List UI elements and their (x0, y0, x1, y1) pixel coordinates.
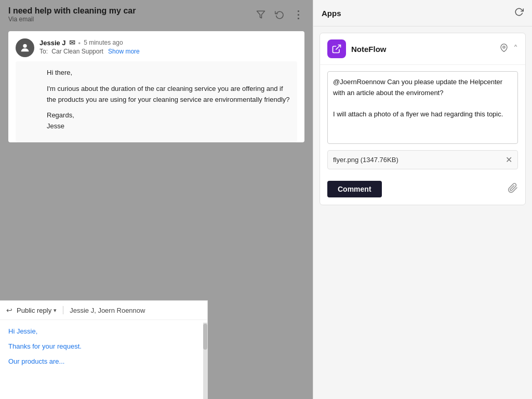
refresh-icon[interactable] (514, 7, 524, 19)
noteflow-header: NoteFlow ˄ (320, 33, 525, 65)
attachment-close-icon[interactable]: ✕ (506, 155, 512, 165)
show-more-link[interactable]: Show more (108, 48, 140, 55)
filter-icon[interactable] (255, 8, 267, 21)
sender-dot: • (78, 39, 81, 47)
reply-toolbar: ↩ Public reply ▾ Jessie J, Joern Roennow (0, 301, 207, 320)
noteflow-actions: ˄ (500, 43, 518, 55)
reply-chevron-icon: ▾ (54, 307, 57, 314)
comment-button[interactable]: Comment (327, 181, 382, 197)
collapse-icon[interactable]: ˄ (513, 43, 518, 55)
sender-name-row: Jessie J ✉ • 5 minutes ago (39, 38, 297, 47)
sender-time: 5 minutes ago (84, 39, 123, 46)
header-title-area: I need help with cleaning my car Via ema… (8, 6, 136, 23)
conversation-title: I need help with cleaning my car (8, 6, 136, 16)
email-sender-row: Jessie J ✉ • 5 minutes ago To: Car Clean… (8, 31, 304, 61)
reply-area: ↩ Public reply ▾ Jessie J, Joern Roennow… (0, 300, 208, 399)
reply-type-button[interactable]: Public reply ▾ (17, 307, 57, 314)
attachment-filename: flyer.png (1347.76KB) (333, 156, 398, 164)
history-icon[interactable] (273, 8, 286, 21)
header-actions: ⋮ (255, 8, 304, 21)
sender-name: Jessie J (39, 39, 66, 47)
noteflow-app-name: NoteFlow (351, 45, 387, 54)
main-layout: I need help with cleaning my car Via ema… (0, 0, 532, 399)
to-row: To: Car Clean Support Show more (39, 48, 297, 55)
svg-marker-0 (257, 11, 265, 18)
conversation-subtitle: Via email (8, 16, 136, 23)
conversation-header: I need help with cleaning my car Via ema… (0, 0, 313, 25)
email-body: Hi there, I'm curious about the duration… (16, 61, 297, 142)
email-message: Jessie J ✉ • 5 minutes ago To: Car Clean… (8, 31, 304, 142)
avatar (16, 38, 34, 57)
noteflow-attachment: flyer.png (1347.76KB) ✕ (327, 150, 518, 169)
noteflow-brand: NoteFlow (327, 39, 387, 58)
reply-line2: Thanks for your request. (8, 341, 199, 352)
apps-header: Apps (313, 0, 532, 26)
apps-title: Apps (322, 9, 341, 18)
reply-arrow-icon: ↩ (6, 306, 12, 314)
reply-recipients: Jessie J, Joern Roennow (70, 307, 145, 314)
email-main-text: I'm curious about the duration of the ca… (47, 84, 290, 105)
reply-scrollbar-thumb (203, 324, 207, 350)
apps-rest-area (313, 211, 532, 399)
email-signature: Jesse (47, 121, 290, 132)
right-panel: Apps NoteFl (313, 0, 532, 399)
email-icon: ✉ (69, 38, 75, 47)
noteflow-logo-icon (327, 39, 346, 58)
reply-line3: Our products are... (8, 356, 199, 367)
to-label: To: (39, 48, 48, 55)
reply-link[interactable]: are (49, 357, 59, 365)
noteflow-body: flyer.png (1347.76KB) ✕ (320, 65, 525, 176)
reply-line1: Hi Jessie, (8, 326, 199, 337)
reply-content[interactable]: Hi Jessie, Thanks for your request. Our … (0, 320, 207, 382)
svg-point-1 (23, 44, 26, 48)
pin-icon[interactable] (500, 44, 508, 54)
reply-type-label: Public reply (17, 307, 51, 314)
more-icon[interactable]: ⋮ (292, 8, 304, 21)
email-greeting: Hi there, (47, 68, 290, 78)
reply-separator (63, 306, 63, 314)
attach-icon[interactable] (508, 183, 518, 196)
svg-point-3 (503, 46, 505, 48)
sender-info: Jessie J ✉ • 5 minutes ago To: Car Clean… (39, 38, 297, 55)
to-email: Car Clean Support (51, 48, 103, 55)
svg-line-2 (336, 45, 340, 50)
left-panel: I need help with cleaning my car Via ema… (0, 0, 313, 399)
email-area: Jessie J ✉ • 5 minutes ago To: Car Clean… (0, 25, 313, 218)
reply-scrollbar[interactable] (203, 323, 207, 399)
email-regards: Regards, (47, 110, 290, 121)
noteflow-card: NoteFlow ˄ flyer.png (1347.76KB) (320, 33, 526, 205)
noteflow-footer: Comment (320, 176, 525, 205)
noteflow-textarea[interactable] (327, 71, 518, 144)
